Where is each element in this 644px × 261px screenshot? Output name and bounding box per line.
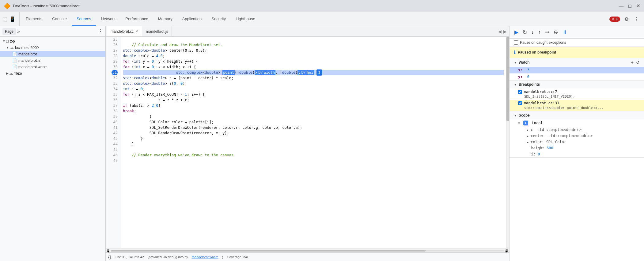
sidebar-tab-page[interactable]: Page bbox=[2, 28, 16, 35]
debug-info-text: (provided via debug info by bbox=[148, 255, 188, 259]
tree-item-mandelbrot-js[interactable]: 📄 mandelbrot.js bbox=[0, 57, 105, 64]
editor-nav-forward[interactable]: ▶ bbox=[503, 29, 507, 34]
ln-29: 29 bbox=[108, 59, 118, 64]
close-tab-cc[interactable]: ✕ bbox=[135, 29, 138, 33]
debug-link[interactable]: mandelbrot.wasm bbox=[192, 255, 218, 259]
scope-header[interactable]: ▼ Scope bbox=[510, 111, 644, 119]
code-line-39: } bbox=[123, 114, 504, 119]
nav-icons: ⬚ 📱 bbox=[2, 12, 20, 26]
bp-code-2: std::complex<double> point((double)x... bbox=[518, 106, 640, 110]
error-badge[interactable]: ✕ 4 bbox=[609, 17, 620, 22]
bp-checkbox-2[interactable] bbox=[518, 101, 522, 105]
step-over-button[interactable]: ↻ bbox=[521, 28, 528, 37]
watch-refresh-button[interactable]: ↺ bbox=[636, 60, 640, 65]
scope-var-c[interactable]: ▶ c: std::complex<double> bbox=[510, 127, 644, 133]
watch-section: ▼ Watch + ↺ x: 3 y: 0 bbox=[510, 58, 644, 80]
device-icon[interactable]: 📱 bbox=[9, 16, 16, 22]
right-scroll[interactable]: ▼ Watch + ↺ x: 3 y: 0 bbox=[510, 58, 644, 261]
scope-local-item[interactable]: ▼ L Local bbox=[510, 119, 644, 127]
step-out-button[interactable]: ↑ bbox=[537, 28, 542, 37]
tab-performance[interactable]: Performance bbox=[120, 12, 153, 26]
tab-application[interactable]: Application bbox=[177, 12, 207, 26]
ln-45: 45 bbox=[108, 147, 118, 152]
editor-nav-back[interactable]: ◀ bbox=[498, 29, 502, 34]
app-icon: 🔶 bbox=[4, 3, 10, 9]
tab-security[interactable]: Security bbox=[206, 12, 231, 26]
watch-expand-icon: ▼ bbox=[514, 61, 517, 64]
more-button[interactable]: ⋮ bbox=[633, 15, 640, 23]
minimize-button[interactable]: — bbox=[619, 3, 623, 9]
inspect-icon[interactable]: ⬚ bbox=[2, 16, 7, 22]
settings-button[interactable]: ⚙ bbox=[623, 15, 630, 23]
pretty-print-button[interactable]: {} bbox=[108, 255, 111, 259]
watch-var-x-val: 3 bbox=[527, 68, 529, 72]
code-line-43: } bbox=[123, 136, 504, 141]
pause-button[interactable]: ⏸ bbox=[561, 28, 569, 37]
horizontal-scrollbar[interactable]: ◀ ▶ bbox=[106, 248, 509, 252]
hscroll-left[interactable]: ◀ bbox=[107, 249, 109, 252]
ln-26: 26 bbox=[108, 42, 118, 48]
window-title: DevTools - localhost:5000/mandelbrot bbox=[13, 4, 80, 8]
expand-triangle: ▼ bbox=[6, 46, 9, 49]
scope-var-color[interactable]: ▶ color: SDL_Color bbox=[510, 139, 644, 145]
scope-var-i: i: 0 bbox=[510, 151, 644, 157]
breakpoint-item-2[interactable]: mandelbrot.cc:31 std::complex<double> po… bbox=[510, 100, 644, 111]
watch-header[interactable]: ▼ Watch + ↺ bbox=[510, 58, 644, 67]
var-center-label: center: std::complex<double> bbox=[531, 134, 593, 138]
code-scroll[interactable]: 25 26 27 28 29 30 31 32 33 34 35 36 37 3… bbox=[106, 37, 509, 248]
bp-name-2: mandelbrot.cc:31 bbox=[524, 101, 559, 105]
watch-title: Watch bbox=[519, 60, 530, 65]
tree-label-mandelbrot: mandelbrot bbox=[18, 52, 37, 56]
hscroll-thumb[interactable] bbox=[111, 250, 426, 252]
sidebar-menu-button[interactable]: ⋮ bbox=[98, 28, 103, 34]
main-tabbar: ⬚ 📱 Elements Console Sources Network Per… bbox=[0, 12, 644, 26]
breakpoints-header[interactable]: ▼ Breakpoints bbox=[510, 80, 644, 88]
tab-console[interactable]: Console bbox=[47, 12, 72, 26]
vertical-scrollbar[interactable] bbox=[506, 37, 509, 248]
file-wasm-icon: 📄 bbox=[12, 65, 17, 69]
var-i-label: i: bbox=[527, 152, 536, 156]
bp-checkbox-1[interactable] bbox=[518, 90, 522, 94]
pause-exceptions-checkbox[interactable] bbox=[514, 40, 518, 45]
var-i-val: 0 bbox=[538, 152, 540, 156]
watch-add-button[interactable]: + bbox=[631, 60, 634, 65]
scope-section: ▼ Scope ▼ L Local ▶ c: std::complex<doub… bbox=[510, 111, 644, 158]
hscroll-right[interactable]: ▶ bbox=[506, 249, 508, 252]
code-line-34: int i = 0; bbox=[123, 86, 504, 92]
tree-item-file[interactable]: ▶ ☁ file:// bbox=[0, 70, 105, 76]
maximize-button[interactable]: □ bbox=[628, 3, 631, 9]
tree-item-top[interactable]: ▼ □ top bbox=[0, 38, 105, 44]
step-into-button[interactable]: ↓ bbox=[530, 28, 535, 37]
bp-name-1: mandelbrot.cc:7 bbox=[524, 90, 557, 94]
step-button[interactable]: ⇒ bbox=[544, 28, 551, 37]
tree-item-localhost[interactable]: ▼ ☁ localhost:5000 bbox=[0, 44, 105, 51]
sidebar-more-button[interactable]: » bbox=[17, 29, 20, 34]
deactivate-bp-button[interactable]: ⊖ bbox=[552, 28, 559, 37]
tab-lighthouse[interactable]: Lighthouse bbox=[231, 12, 260, 26]
pause-notice: ℹ Paused on breakpoint bbox=[510, 47, 644, 58]
resume-button[interactable]: ▶ bbox=[513, 28, 520, 37]
close-button[interactable]: ✕ bbox=[636, 3, 640, 9]
ln-41: 41 bbox=[108, 125, 118, 130]
breakpoints-title: Breakpoints bbox=[519, 82, 540, 87]
tree-item-mandelbrot-cc[interactable]: 📄 mandelbrot bbox=[0, 51, 105, 57]
bp-code-1: SDL_Init(SDL_INIT_VIDEO); bbox=[518, 95, 640, 99]
code-lines[interactable]: // Calculate and draw the Mandelbrot set… bbox=[120, 37, 506, 248]
watch-var-y-name: y: bbox=[518, 75, 522, 79]
editor-tab-mandelbrot-js[interactable]: mandelbrot.js bbox=[142, 26, 172, 36]
watch-item-y[interactable]: y: 0 bbox=[510, 73, 644, 80]
ln-37: 37 bbox=[108, 103, 118, 108]
watch-item-x[interactable]: x: 3 bbox=[510, 67, 644, 73]
tab-filename-cc: mandelbrot.cc bbox=[111, 29, 134, 34]
tree-item-mandelbrot-wasm[interactable]: 📄 mandelbrot.wasm bbox=[0, 64, 105, 70]
editor-tab-mandelbrot-cc[interactable]: mandelbrot.cc ✕ bbox=[107, 26, 142, 36]
breakpoint-item-1[interactable]: mandelbrot.cc:7 SDL_Init(SDL_INIT_VIDEO)… bbox=[510, 88, 644, 100]
pause-notice-text: Paused on breakpoint bbox=[518, 50, 556, 54]
tab-memory[interactable]: Memory bbox=[153, 12, 177, 26]
scope-var-center[interactable]: ▶ center: std::complex<double> bbox=[510, 133, 644, 139]
bp-header-2: mandelbrot.cc:31 bbox=[518, 101, 640, 105]
tab-sources[interactable]: Sources bbox=[72, 12, 96, 26]
tab-network[interactable]: Network bbox=[96, 12, 121, 26]
code-line-47 bbox=[123, 158, 504, 163]
tab-elements[interactable]: Elements bbox=[21, 12, 47, 26]
